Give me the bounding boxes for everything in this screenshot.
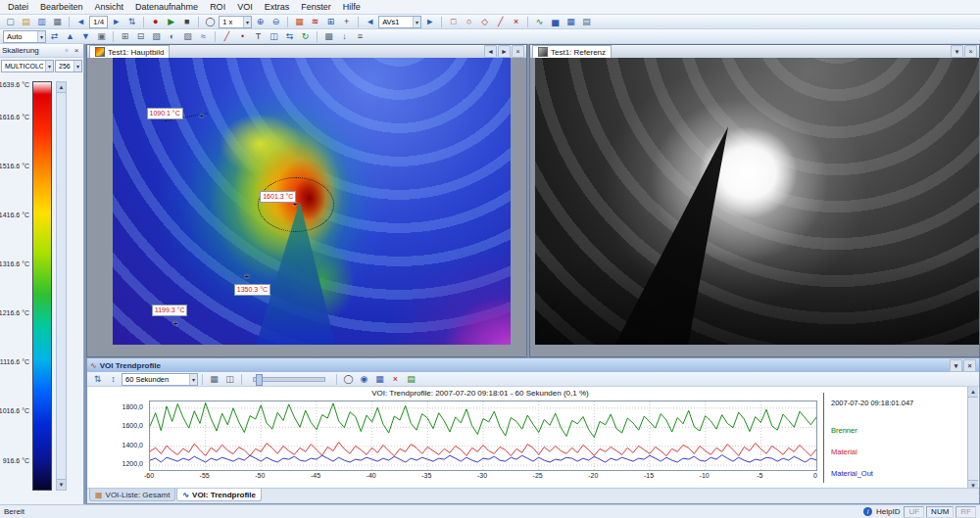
chevron-down-icon[interactable]: ▾ (37, 31, 45, 42)
level-down-button[interactable]: ⊟ (133, 30, 148, 43)
trend-pin-icon[interactable]: ▾ (950, 359, 962, 372)
image-spinner[interactable]: ⇅ (124, 16, 139, 28)
chevron-down-icon[interactable]: ▾ (413, 17, 420, 27)
next-image-button[interactable]: ► (109, 16, 123, 28)
temperature-annotation[interactable]: 1601.3 °C (260, 191, 296, 203)
chevron-down-icon[interactable]: ▾ (189, 374, 197, 385)
legend-series-brenner[interactable]: Brenner (831, 426, 858, 435)
chevron-down-icon[interactable]: ▾ (45, 61, 53, 71)
avs-prev-button[interactable]: ◄ (363, 16, 377, 28)
trend-copy-button[interactable]: ◫ (222, 373, 237, 386)
plot-area[interactable] (149, 400, 817, 471)
histogram-button[interactable]: ▅ (548, 16, 563, 28)
scale-scrollbar[interactable]: ▲ ▼ (56, 81, 67, 491)
scale-up-button[interactable]: ▲ (63, 30, 77, 43)
roi-rect-button[interactable]: □ (446, 16, 461, 28)
grid-button[interactable]: ⊞ (323, 16, 338, 28)
trend-delete-button[interactable]: × (388, 373, 403, 386)
temperature-annotation[interactable]: 1090.1 °C (147, 108, 183, 119)
menu-extras[interactable]: Extras (259, 0, 296, 14)
trend-interval-select[interactable]: 60 Sekunden▾ (122, 373, 198, 386)
report2-button[interactable]: ▩ (321, 30, 336, 43)
zoom-tool-button[interactable]: ◯ (203, 16, 218, 28)
menu-fenster[interactable]: Fenster (295, 0, 337, 14)
filter-button[interactable]: ▨ (180, 30, 195, 43)
tab-hauptbild[interactable]: Test1: Hauptbild (89, 45, 170, 58)
main-window-close-icon[interactable]: × (512, 45, 524, 58)
measure-point-button[interactable]: • (235, 30, 250, 43)
menu-roi[interactable]: ROI (204, 0, 231, 14)
smooth-button[interactable]: ≈ (196, 30, 211, 43)
menu-datei[interactable]: Datei (2, 0, 34, 14)
scale-down-arrow-icon[interactable]: ▼ (57, 479, 66, 490)
trend-position-slider[interactable] (253, 377, 325, 382)
menu-hilfe[interactable]: Hilfe (337, 0, 367, 14)
zoom-level-select[interactable]: 1 x▾ (219, 16, 252, 28)
trend-table-button[interactable]: ▦ (372, 373, 387, 386)
layers-button[interactable]: ◫ (267, 30, 281, 43)
reference-close-icon[interactable]: × (964, 45, 977, 58)
invert-button[interactable]: ◐ (165, 30, 179, 43)
zoom-in-button[interactable]: ⊕ (253, 16, 268, 28)
prev-image-button[interactable]: ◄ (74, 16, 88, 28)
temperature-annotation[interactable]: 1199.3 °C (152, 305, 188, 316)
chart-scroll-up-icon[interactable]: ▲ (968, 387, 978, 398)
profile-button[interactable]: ∿ (532, 16, 547, 28)
roi-delete-button[interactable]: × (509, 16, 523, 28)
trend-export-button[interactable]: ▤ (404, 373, 418, 386)
auto-scale-select[interactable]: Auto▾ (3, 30, 46, 43)
stop-button[interactable]: ■ (179, 16, 194, 28)
trend-zoom-button[interactable]: ◯ (341, 373, 356, 386)
trend-visibility-button[interactable]: ◉ (357, 373, 371, 386)
scaling-close-button[interactable]: × (72, 46, 81, 55)
isotherm-button[interactable]: ≋ (308, 16, 322, 28)
table-button[interactable]: ▦ (564, 16, 578, 28)
menu-ansicht[interactable]: Ansicht (89, 0, 130, 14)
settings-button[interactable]: ≡ (353, 30, 368, 43)
trend-pause-button[interactable]: ⇅ (90, 373, 105, 386)
export-button[interactable]: ↓ (337, 30, 352, 43)
slider-thumb[interactable] (256, 374, 263, 386)
avs-next-button[interactable]: ► (422, 16, 437, 28)
scale-lock-button[interactable]: ▣ (94, 30, 109, 43)
save-button[interactable]: ▥ (34, 16, 49, 28)
level-up-button[interactable]: ⊞ (118, 30, 132, 43)
roi-line-button[interactable]: ╱ (493, 16, 508, 28)
prev-tab-button[interactable]: ◄ (484, 45, 497, 58)
trend-print-button[interactable]: ▦ (207, 373, 221, 386)
play-button[interactable]: ▶ (164, 16, 178, 28)
levels-select[interactable]: 256▾ (55, 60, 82, 72)
tab-voi-trendprofile[interactable]: ∿VOI: Trendprofile (176, 489, 262, 501)
scale-up-arrow-icon[interactable]: ▲ (57, 82, 66, 93)
open-file-button[interactable]: ▤ (19, 16, 33, 28)
legend-series-material_out[interactable]: Material_Out (831, 469, 873, 478)
reference-pin-icon[interactable]: ▾ (951, 45, 963, 58)
reference-image[interactable] (535, 58, 979, 345)
roi-polygon-button[interactable]: ◇ (477, 16, 492, 28)
legend-series-material[interactable]: Material (831, 447, 858, 456)
chart-scrollbar[interactable]: ▲ ▼ (967, 387, 978, 491)
avs-select[interactable]: AVs1▾ (378, 16, 421, 28)
print-button[interactable]: ▦ (50, 16, 65, 28)
scale-refresh-button[interactable]: ⇄ (47, 30, 62, 43)
annotate-button[interactable]: T (251, 30, 266, 43)
chevron-down-icon[interactable]: ▾ (74, 61, 81, 71)
palette-select[interactable]: MULTICOLOR▾ (1, 60, 54, 72)
thermal-image[interactable]: 1090.1 °C1601.3 °C1350.3 °C1199.3 °C++++ (113, 58, 511, 345)
chevron-down-icon[interactable]: ▾ (243, 17, 251, 27)
new-file-button[interactable]: ▢ (3, 16, 18, 28)
trend-close-icon[interactable]: × (963, 359, 976, 372)
sync-button[interactable]: ↻ (298, 30, 313, 43)
palette-button[interactable]: ▦ (292, 16, 307, 28)
scaling-pin-button[interactable]: ▫ (62, 46, 72, 55)
scale-down-button[interactable]: ▼ (78, 30, 93, 43)
menu-bearbeiten[interactable]: Bearbeiten (34, 0, 89, 14)
menu-datenaufnahme[interactable]: Datenaufnahme (129, 0, 204, 14)
temperature-annotation[interactable]: 1350.3 °C (234, 284, 270, 296)
menu-voi[interactable]: VOI (231, 0, 259, 14)
record-button[interactable]: ● (148, 16, 163, 28)
histogram-eq-button[interactable]: ▧ (149, 30, 164, 43)
color-scale-bar[interactable] (32, 81, 52, 491)
tab-referenz[interactable]: Test1: Referenz (532, 45, 612, 58)
report-button[interactable]: ▤ (579, 16, 594, 28)
